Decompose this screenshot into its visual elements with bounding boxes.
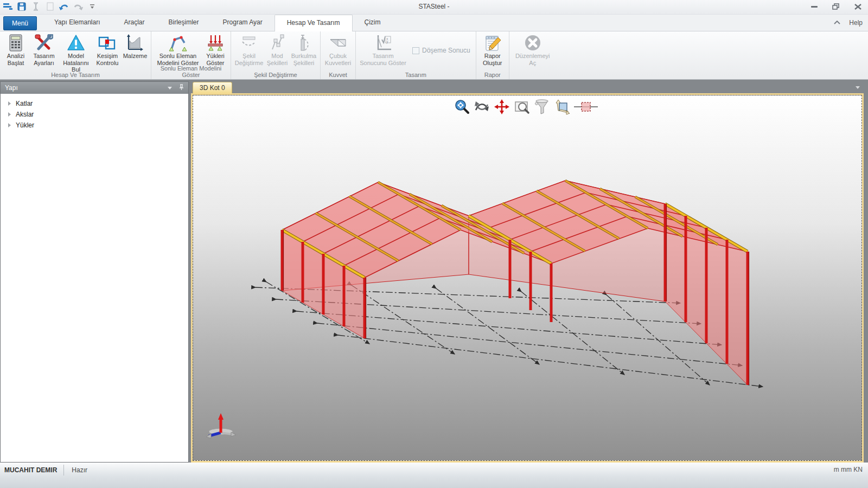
status-text: Hazır [64,466,95,474]
kesisim-kontrolu-button[interactable]: Kesişim Kontrolu [93,33,122,67]
button-label: Tasarım Ayarları [31,53,57,66]
button-label: Şekil Değiştirme [235,53,264,66]
mod-sekilleri-button[interactable]: Mod Şekilleri [265,33,290,67]
yukleri-goster-button[interactable]: Yükleri Göster [202,33,228,67]
button-label: Burkulma Şekilleri [291,53,316,66]
duzenlemeyi-ac-button[interactable]: Düzenlemeyi Aç [512,33,554,67]
report-icon [483,34,502,52]
tasarim-sonucunu-goster-button[interactable]: xy Tasarım Sonucunu Göster [358,33,408,67]
analizi-baslat-button[interactable]: Analizi Başlat [2,33,29,67]
button-label: Sonlu Eleman Modelini Göster [155,53,201,66]
button-label: Mod Şekilleri [266,53,288,66]
button-label: Model Hatalarını Bul [60,53,92,73]
group-sekil-degistirme: Şekil Değiştirme Mod Şekilleri Burkulma … [231,31,321,79]
group-label: Kuvvet [321,72,355,78]
tools-icon [34,34,54,52]
expander-icon[interactable] [8,112,11,117]
button-label: Düzenlemeyi Aç [513,53,552,66]
axis-triad-icon [206,413,236,438]
status-bar: MUCAHIT DEMIR Hazır m mm KN [0,463,868,488]
group-duzenleme: Düzenlemeyi Aç [509,31,556,79]
tab-birlesimler[interactable]: Birleşimler [157,15,211,31]
units-text[interactable]: m mm KN [834,466,863,473]
deformation-icon [239,34,259,52]
zoom-extents-icon[interactable] [454,99,470,115]
group-label: Sonlu Eleman Modelini Göster [151,65,231,78]
group-label: Hesap Ve Tasarım [0,72,151,78]
button-label: Tasarım Sonucunu Göster [360,53,406,66]
group-label: Tasarım [356,72,476,78]
tab-hesap-ve-tasarim[interactable]: Hesap Ve Tasarım [275,15,353,31]
tab-cizim[interactable]: Çizim [353,15,393,31]
panel-dropdown-icon[interactable] [168,84,173,92]
ribbon-tab-row: Menü Yapı Elemanları Araçlar Birleşimler… [0,15,868,31]
tree-item-katlar[interactable]: Katlar [1,98,188,109]
minimize-button[interactable] [807,2,821,11]
button-label: Kesişim Kontrolu [95,53,120,66]
tab-araclar[interactable]: Araçlar [112,15,157,31]
group-label: Rapor [476,72,509,78]
structure-panel-header: Yapı [1,82,188,94]
tree-item-label: Katlar [16,100,33,107]
expander-icon[interactable] [8,123,11,127]
viewport-3d[interactable] [193,95,862,461]
pin-icon[interactable] [179,84,184,92]
panel-title: Yapı [5,84,18,92]
show-loads-icon [206,34,225,52]
disable-edit-icon [523,34,542,52]
mode-shapes-icon [267,34,287,52]
burkulma-sekilleri-button[interactable]: Burkulma Şekilleri [290,33,318,67]
tree-item-yukler[interactable]: Yükler [1,120,188,131]
checkbox-label: Döşeme Sonucu [422,47,470,54]
tab-program-ayar[interactable]: Program Ayar [211,15,275,31]
tab-3d-kot-0[interactable]: 3D Kot 0 [193,82,232,93]
svg-text:y: y [386,40,388,44]
collapse-ribbon-button[interactable] [834,19,840,27]
button-label: Rapor Oluştur [480,53,505,66]
help-button[interactable]: Help [849,19,863,27]
menu-button[interactable]: Menü [3,16,37,30]
model-hatalarini-bul-button[interactable]: Model Hatalarını Bul [59,33,93,74]
malzeme-button[interactable]: Malzeme [122,33,149,61]
design-result-icon: xy [373,34,393,52]
model-3d [193,95,862,461]
viewport-frame [191,93,864,463]
intersection-icon [98,34,117,52]
zoom-window-icon[interactable] [514,99,530,115]
selection-region-icon[interactable] [574,99,598,115]
close-button[interactable] [851,2,865,11]
doseme-sonucu-checkbox[interactable]: Döşeme Sonucu [412,47,470,54]
buckling-icon [294,34,314,52]
sonlu-eleman-modelini-goster-button[interactable]: Sonlu Eleman Modelini Göster [154,33,202,67]
tasarim-ayarlari-button[interactable]: Tasarım Ayarları [29,33,59,67]
fem-model-icon [168,34,188,52]
checkbox-box [412,47,419,54]
calculator-icon [6,34,25,52]
button-label: Çubuk Kuvvetleri [324,53,352,66]
button-label: Yükleri Göster [204,53,227,66]
button-label: Malzeme [123,53,148,60]
group-tasarim: xy Tasarım Sonucunu Göster Döşeme Sonucu… [356,31,476,79]
tab-yapi-elemanlari[interactable]: Yapı Elemanları [42,15,112,31]
sekil-degistirme-button[interactable]: Şekil Değiştirme [233,33,265,67]
rapor-olustur-button[interactable]: Rapor Oluştur [478,33,507,67]
member-forces-icon [328,34,348,52]
pan-icon[interactable] [494,99,510,115]
tree-item-label: Yükler [16,121,34,129]
tree-item-label: Akslar [16,111,34,118]
cubuk-kuvvetleri-button[interactable]: Çubuk Kuvvetleri [323,33,353,67]
filter-icon[interactable] [534,99,550,115]
doc-tab-dropdown-icon[interactable] [856,85,860,91]
title-bar: STASteel - [0,0,868,15]
expander-icon[interactable] [8,101,11,106]
warning-icon [66,34,86,52]
rotate-view-icon[interactable] [474,99,490,115]
tree-item-akslar[interactable]: Akslar [1,109,188,120]
window-title: STASteel - [0,3,868,10]
structure-panel: Yapı Katlar Akslar Yükler [0,81,189,463]
restore-button[interactable] [829,2,843,11]
view-orientation-icon[interactable] [554,99,570,115]
viewport-toolbar [454,99,598,115]
document-tab-strip: 3D Kot 0 [191,81,868,93]
ribbon: Analizi Başlat Tasarım Ayarları Model Ha… [0,31,868,80]
